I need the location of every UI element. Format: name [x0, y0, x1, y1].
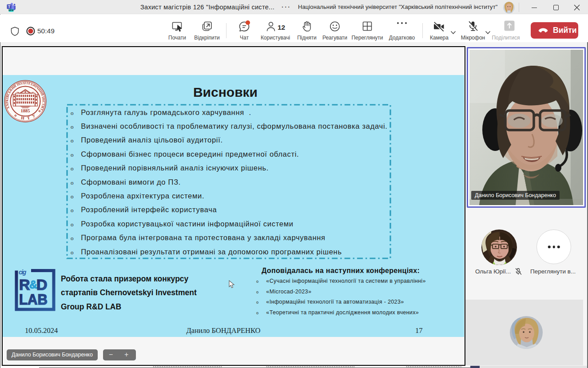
svg-text:1885: 1885: [21, 108, 30, 113]
svg-text:R: R: [19, 276, 30, 293]
svg-text:NEW: NEW: [8, 9, 14, 12]
svg-text:T: T: [8, 4, 11, 9]
svg-text:cіg: cіg: [19, 269, 27, 276]
svg-text:LAB: LAB: [19, 291, 48, 308]
svg-text:D: D: [36, 276, 48, 293]
